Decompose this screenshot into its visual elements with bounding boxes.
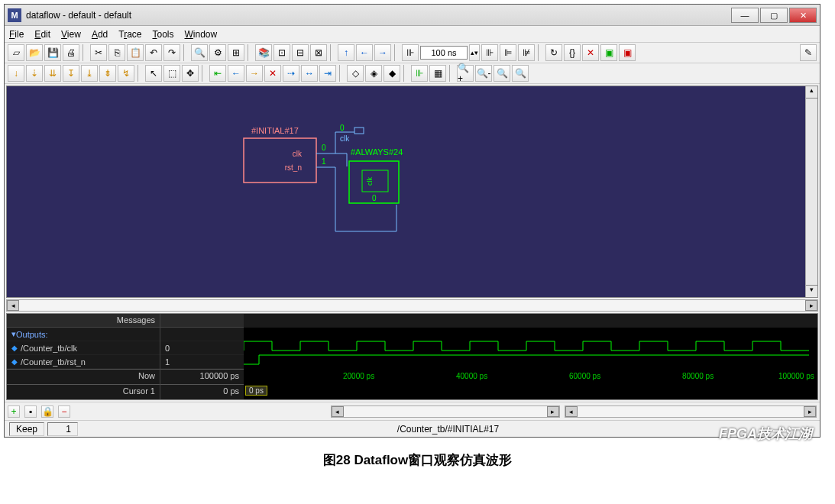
menu-file[interactable]: File [9, 29, 24, 40]
loop-icon[interactable]: ↻ [545, 44, 562, 61]
nav-icon[interactable]: ⇢ [283, 65, 299, 82]
cursor-value: 0 ps [160, 385, 244, 397]
signal-icon[interactable]: ⊪ [411, 65, 428, 82]
wave-value-pane[interactable]: 0 1 100000 ps 0 ps [160, 314, 244, 399]
vscrollbar[interactable]: ▴ ▾ [805, 86, 817, 297]
wave-signal-pane[interactable]: Messages ▾ Outputs: ◆/Counter_tb/clk ◆/C… [7, 314, 160, 399]
dataflow-canvas[interactable]: #INITIAL#17 clk rst_n 0 1 0 clk #ALWAYS#… [6, 86, 818, 298]
print-icon[interactable]: 🖨 [63, 44, 79, 61]
zoom-in-icon[interactable]: 🔍+ [457, 65, 474, 82]
stop-icon[interactable]: ✕ [582, 44, 599, 61]
messages-header: Messages [7, 314, 160, 328]
app-window: M dataflow - default - default — ▢ ✕ Fil… [4, 4, 820, 438]
cut-icon[interactable]: ✂ [90, 44, 107, 61]
trace-icon[interactable]: ↯ [118, 65, 134, 82]
svg-text:0: 0 [372, 194, 377, 202]
svg-text:clk: clk [293, 150, 303, 158]
zoom-fit-icon[interactable]: 🔍 [494, 65, 510, 82]
close-button[interactable]: ✕ [789, 8, 817, 23]
trace-icon[interactable]: ⤓ [81, 65, 98, 82]
tool-icon[interactable]: ⊞ [228, 44, 244, 61]
run-icon[interactable]: ⊫ [500, 44, 516, 61]
tool-icon[interactable]: ⊟ [292, 44, 309, 61]
statusbar: Keep 1 /Counter_tb/#INITIAL#17 [5, 420, 820, 437]
tool-icon[interactable]: ▣ [600, 44, 617, 61]
erase-icon[interactable]: ◆ [384, 65, 400, 82]
outputs-group[interactable]: ▾ Outputs: [7, 328, 160, 341]
run-icon[interactable]: ⊪ [481, 44, 498, 61]
erase-icon[interactable]: ◇ [347, 65, 364, 82]
lock-icon[interactable]: 🔒 [41, 405, 53, 418]
maximize-button[interactable]: ▢ [760, 8, 788, 23]
step-icon[interactable]: ⊪ [402, 44, 419, 61]
initial-block-label: #INITIAL#17 [251, 126, 299, 135]
app-icon: M [8, 8, 21, 22]
menu-add[interactable]: Add [92, 29, 108, 40]
minimize-button[interactable]: — [731, 8, 759, 23]
nav-icon[interactable]: ↔ [301, 65, 318, 82]
save-icon[interactable]: 💾 [44, 44, 61, 61]
trace-icon[interactable]: ⇊ [44, 65, 61, 82]
redo-icon[interactable]: ↷ [163, 44, 180, 61]
new-icon[interactable]: ▱ [8, 44, 24, 61]
trace-icon[interactable]: ⇣ [26, 65, 43, 82]
cursor-marker[interactable]: 0 ps [245, 386, 267, 396]
left-arrow-icon[interactable]: ← [356, 44, 373, 61]
nav-icon[interactable]: ← [228, 65, 244, 82]
menu-edit[interactable]: Edit [34, 29, 50, 40]
select-icon[interactable]: ⬚ [163, 65, 180, 82]
move-icon[interactable]: ✥ [182, 65, 199, 82]
status-path: /Counter_tb/#INITIAL#17 [81, 424, 815, 435]
undo-icon[interactable]: ↶ [145, 44, 162, 61]
time-input[interactable] [420, 46, 468, 60]
tool-icon[interactable]: ✎ [800, 44, 817, 61]
tool-icon[interactable]: ▣ [619, 44, 636, 61]
loop-icon[interactable]: {} [564, 44, 581, 61]
erase-icon[interactable]: ◈ [365, 65, 382, 82]
svg-text:0: 0 [322, 144, 326, 152]
copy-icon[interactable]: ⎘ [108, 44, 125, 61]
spinner-icon[interactable]: ▴▾ [469, 44, 480, 61]
nav-icon[interactable]: → [246, 65, 263, 82]
window-title: dataflow - default - default [26, 10, 731, 21]
tool-icon[interactable]: ⊠ [310, 44, 327, 61]
menu-view[interactable]: View [61, 29, 81, 40]
nav-icon[interactable]: ⇤ [209, 65, 226, 82]
always-block-label: #ALWAYS#24 [351, 147, 403, 157]
remove-icon[interactable]: − [58, 405, 70, 418]
open-icon[interactable]: 📂 [26, 44, 43, 61]
wave-canvas[interactable]: 20000 ps 40000 ps 60000 ps 80000 ps 1000… [244, 314, 817, 399]
trace-icon[interactable]: ⇟ [99, 65, 116, 82]
add-icon[interactable]: + [8, 405, 20, 418]
signal-row[interactable]: ◆/Counter_tb/clk [7, 341, 160, 355]
find-icon[interactable]: 🔍 [191, 44, 208, 61]
up-arrow-icon[interactable]: ↑ [338, 44, 354, 61]
keep-value: 1 [47, 422, 78, 436]
now-label: Now [7, 370, 160, 382]
bottom-controls: + ▪ 🔒 − ◂▸ ◂▸ [5, 402, 820, 420]
signal-row[interactable]: ◆/Counter_tb/rst_n [7, 355, 160, 369]
menu-window[interactable]: Window [185, 29, 218, 40]
zoom-icon[interactable]: 🔍 [512, 65, 529, 82]
menu-trace[interactable]: Trace [118, 29, 141, 40]
run-icon[interactable]: ⊯ [518, 44, 535, 61]
paste-icon[interactable]: 📋 [127, 44, 144, 61]
tool-icon[interactable]: ▪ [24, 405, 37, 418]
trace-icon[interactable]: ↧ [63, 65, 79, 82]
trace-icon[interactable]: ↓ [8, 65, 24, 82]
menu-tools[interactable]: Tools [153, 29, 174, 40]
wave-left-hscroll[interactable]: ◂▸ [331, 405, 560, 418]
dataflow-hscrollbar[interactable]: ◂▸ [6, 299, 818, 312]
keep-label[interactable]: Keep [9, 422, 44, 436]
zoom-out-icon[interactable]: 🔍- [475, 65, 492, 82]
pointer-icon[interactable]: ↖ [145, 65, 162, 82]
tool-icon[interactable]: ⚙ [209, 44, 226, 61]
nav-icon[interactable]: ⇥ [319, 65, 336, 82]
layer-icon[interactable]: 📚 [255, 44, 272, 61]
tool-icon[interactable]: ⊡ [273, 44, 290, 61]
right-arrow-icon[interactable]: → [374, 44, 391, 61]
nav-icon[interactable]: ✕ [264, 65, 281, 82]
wave-right-hscroll[interactable]: ◂▸ [565, 405, 817, 418]
view-icon[interactable]: ▦ [429, 65, 446, 82]
waveform-svg [244, 328, 809, 369]
